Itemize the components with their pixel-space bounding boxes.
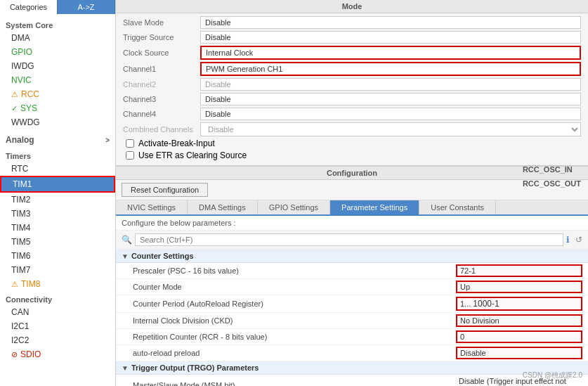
ckd-value[interactable]: No Division bbox=[456, 314, 582, 327]
info-icon: ℹ bbox=[566, 235, 570, 245]
sidebar-item-tim8[interactable]: ⚠ TIM8 bbox=[0, 277, 115, 291]
channel3-row: Channel3 Disable bbox=[123, 93, 581, 105]
sidebar-item-tim5[interactable]: TIM5 bbox=[0, 235, 115, 249]
use-etr-row: Use ETR as Clearing Source bbox=[123, 150, 581, 160]
msm-label: Master/Slave Mode (MSM bit) bbox=[133, 381, 456, 386]
msm-row: Master/Slave Mode (MSM bit) Disable (Tri… bbox=[116, 375, 588, 386]
sidebar-item-tim7[interactable]: TIM7 bbox=[0, 263, 115, 277]
channel2-value: Disable bbox=[200, 78, 581, 91]
channel4-value[interactable]: Disable bbox=[200, 108, 581, 120]
section-timers: Timers bbox=[0, 148, 115, 162]
sidebar-item-iwdg[interactable]: IWDG bbox=[0, 59, 115, 73]
channel1-row: Channel1 PWM Generation CH1 bbox=[123, 62, 581, 76]
counter-period-value[interactable]: 1... 1000-1 bbox=[456, 297, 582, 311]
use-etr-label: Use ETR as Clearing Source bbox=[138, 150, 247, 160]
ckd-row: Internal Clock Division (CKD) No Divisio… bbox=[116, 313, 588, 329]
sidebar-item-tim4[interactable]: TIM4 bbox=[0, 221, 115, 235]
combined-channels-select[interactable]: Disable bbox=[200, 122, 581, 136]
param-description: Configure the below parameters : bbox=[116, 216, 588, 231]
sidebar-item-i2c1[interactable]: I2C1 bbox=[0, 319, 115, 333]
section-analog[interactable]: Analog > bbox=[0, 132, 115, 148]
auto-reload-row: auto-reload preload Disable bbox=[116, 345, 588, 361]
config-toolbar: Reset Configuration bbox=[116, 180, 588, 200]
rcr-value[interactable]: 0 bbox=[456, 330, 582, 343]
reset-config-button[interactable]: Reset Configuration bbox=[122, 183, 208, 197]
channel4-label: Channel4 bbox=[123, 110, 200, 118]
activate-break-label: Activate-Break-Input bbox=[138, 139, 215, 148]
slave-mode-row: Slave Mode Disable bbox=[123, 16, 581, 29]
counter-period-label: Counter Period (AutoReload Register) bbox=[133, 300, 456, 308]
channel2-label: Channel2 bbox=[123, 80, 200, 89]
trigger-source-label: Trigger Source bbox=[123, 33, 200, 41]
sidebar-item-rtc[interactable]: RTC bbox=[0, 162, 115, 176]
counter-settings-header[interactable]: ▼ Counter Settings bbox=[116, 250, 588, 263]
sidebar-item-dma[interactable]: DMA bbox=[0, 31, 115, 45]
prescaler-value[interactable]: 72-1 bbox=[456, 264, 582, 277]
tab-dma-settings[interactable]: DMA Settings bbox=[188, 200, 258, 214]
use-etr-checkbox[interactable] bbox=[126, 151, 134, 160]
prescaler-row: Prescaler (PSC - 16 bits value) 72-1 bbox=[116, 263, 588, 279]
reset-icon[interactable]: ↺ bbox=[575, 235, 582, 245]
right-labels: RCC_OSC_IN RCC_OSC_OUT bbox=[523, 165, 581, 188]
auto-reload-value[interactable]: Disable bbox=[456, 347, 582, 359]
sidebar-item-can[interactable]: CAN bbox=[0, 305, 115, 319]
channel3-label: Channel3 bbox=[123, 95, 200, 103]
trigger-source-row: Trigger Source Disable bbox=[123, 31, 581, 44]
slave-mode-value: Disable bbox=[200, 16, 581, 29]
activate-break-row: Activate-Break-Input bbox=[123, 139, 581, 148]
sidebar-item-i2c2[interactable]: I2C2 bbox=[0, 333, 115, 347]
sidebar-item-sdio[interactable]: ⊘ SDIO bbox=[0, 347, 115, 361]
rcr-label: Repetition Counter (RCR - 8 bits value) bbox=[133, 333, 456, 341]
tab-az[interactable]: A->Z bbox=[58, 0, 115, 14]
param-area: Configure the below parameters : 🔍 ℹ ↺ ▼… bbox=[116, 216, 588, 386]
sidebar-item-rcc[interactable]: ⚠ RCC bbox=[0, 87, 115, 101]
auto-reload-label: auto-reload preload bbox=[133, 349, 456, 357]
rcc-osc-in-label: RCC_OSC_IN bbox=[523, 165, 581, 174]
mode-header: Mode bbox=[116, 0, 588, 13]
activate-break-checkbox[interactable] bbox=[126, 139, 134, 148]
credit: CSDN @桃成蹊2.0 bbox=[523, 371, 582, 380]
trigger-source-value: Disable bbox=[200, 31, 581, 44]
mode-panel: Slave Mode Disable Trigger Source Disabl… bbox=[116, 13, 588, 166]
clock-source-value[interactable]: Internal Clock bbox=[200, 46, 581, 60]
sidebar-item-nvic[interactable]: NVIC bbox=[0, 73, 115, 87]
clock-source-row: Clock Source Internal Clock bbox=[123, 46, 581, 60]
sidebar-item-tim3[interactable]: TIM3 bbox=[0, 207, 115, 221]
section-connectivity: Connectivity bbox=[0, 291, 115, 305]
tab-parameter-settings[interactable]: Parameter Settings bbox=[330, 200, 419, 214]
sidebar-item-tim2[interactable]: TIM2 bbox=[0, 193, 115, 207]
combined-channels-label: Combined Channels bbox=[123, 125, 200, 134]
search-input[interactable] bbox=[135, 233, 563, 246]
config-header: Configuration bbox=[116, 166, 588, 180]
search-icon: 🔍 bbox=[122, 235, 132, 245]
trgo-title: Trigger Output (TRGO) Parameters bbox=[131, 364, 259, 372]
counter-settings-toggle: ▼ bbox=[122, 252, 129, 260]
sidebar-item-tim1[interactable]: TIM1 bbox=[0, 176, 115, 193]
tab-gpio-settings[interactable]: GPIO Settings bbox=[258, 200, 330, 214]
counter-mode-value[interactable]: Up bbox=[456, 281, 582, 293]
clock-source-label: Clock Source bbox=[123, 49, 200, 57]
channel4-row: Channel4 Disable bbox=[123, 108, 581, 120]
channel1-value[interactable]: PWM Generation CH1 bbox=[200, 62, 581, 76]
combined-channels-row: Combined Channels Disable bbox=[123, 122, 581, 136]
section-system-core: System Core bbox=[0, 17, 115, 31]
config-tabs: NVIC Settings DMA Settings GPIO Settings… bbox=[116, 200, 588, 216]
counter-period-row: Counter Period (AutoReload Register) 1..… bbox=[116, 295, 588, 313]
counter-mode-row: Counter Mode Up bbox=[116, 279, 588, 295]
channel3-value[interactable]: Disable bbox=[200, 93, 581, 105]
tab-user-constants[interactable]: User Constants bbox=[419, 200, 496, 214]
sidebar-item-wwdg[interactable]: WWDG bbox=[0, 115, 115, 129]
counter-settings-title: Counter Settings bbox=[131, 252, 194, 260]
sidebar-item-gpio[interactable]: GPIO bbox=[0, 45, 115, 59]
sidebar-content: System Core DMA GPIO IWDG NVIC ⚠ RCC ✓ S… bbox=[0, 14, 115, 386]
rcr-row: Repetition Counter (RCR - 8 bits value) … bbox=[116, 329, 588, 345]
tab-categories[interactable]: Categories bbox=[0, 0, 58, 14]
trgo-header[interactable]: ▼ Trigger Output (TRGO) Parameters bbox=[116, 361, 588, 375]
config-panel: Configuration Reset Configuration NVIC S… bbox=[116, 166, 588, 386]
sidebar: Categories A->Z System Core DMA GPIO IWD… bbox=[0, 0, 116, 386]
channel1-label: Channel1 bbox=[123, 65, 200, 73]
trgo-toggle: ▼ bbox=[122, 364, 129, 372]
sidebar-item-sys[interactable]: ✓ SYS bbox=[0, 101, 115, 115]
sidebar-item-tim6[interactable]: TIM6 bbox=[0, 249, 115, 263]
tab-nvic-settings[interactable]: NVIC Settings bbox=[116, 200, 188, 214]
